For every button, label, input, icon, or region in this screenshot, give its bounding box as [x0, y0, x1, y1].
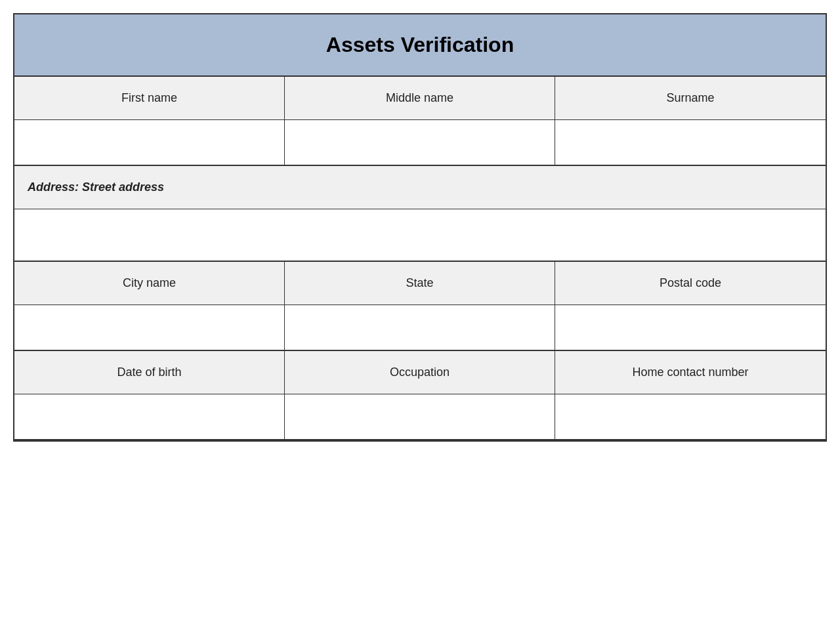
home-contact-label: Home contact number: [555, 351, 826, 394]
postal-code-label: Postal code: [555, 262, 826, 304]
city-name-input[interactable]: [14, 305, 285, 350]
state-input[interactable]: [285, 305, 555, 350]
first-name-label: First name: [14, 77, 285, 119]
date-of-birth-label: Date of birth: [14, 351, 285, 394]
postal-code-input[interactable]: [555, 305, 826, 350]
home-contact-input[interactable]: [555, 394, 826, 439]
middle-name-label: Middle name: [285, 77, 555, 119]
name-input-row: [14, 120, 826, 166]
surname-label: Surname: [555, 77, 826, 119]
surname-input[interactable]: [555, 120, 826, 165]
street-address-input-row: [14, 209, 826, 262]
first-name-input[interactable]: [14, 120, 285, 165]
city-label-row: City name State Postal code: [14, 262, 826, 305]
street-address-label: Address: Street address: [28, 180, 164, 194]
personal-input-row: [14, 394, 826, 440]
form-heading: Assets Verification: [28, 33, 812, 57]
city-input-row: [14, 305, 826, 351]
state-label: State: [285, 262, 555, 304]
date-of-birth-input[interactable]: [14, 394, 285, 439]
occupation-input[interactable]: [285, 394, 555, 439]
street-address-input[interactable]: [14, 209, 826, 261]
occupation-label: Occupation: [285, 351, 555, 394]
city-name-label: City name: [14, 262, 285, 304]
middle-name-input[interactable]: [285, 120, 555, 165]
personal-label-row: Date of birth Occupation Home contact nu…: [14, 351, 826, 394]
name-label-row: First name Middle name Surname: [14, 77, 826, 120]
street-address-label-row: Address: Street address: [14, 166, 826, 209]
form-container: Assets Verification First name Middle na…: [13, 13, 827, 442]
form-title: Assets Verification: [14, 14, 826, 77]
